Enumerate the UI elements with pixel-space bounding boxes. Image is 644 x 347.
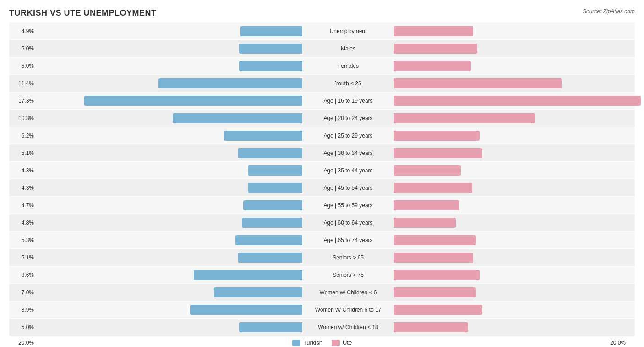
turkish-label: Turkish xyxy=(303,339,322,346)
source-label: Source: ZipAtlas.com xyxy=(583,8,635,15)
left-bar-area xyxy=(37,200,302,210)
row-label: Age | 45 to 54 years xyxy=(302,185,394,191)
right-bar xyxy=(394,270,480,280)
left-bar-area xyxy=(37,218,302,228)
left-bar-area xyxy=(37,183,302,193)
legend: Turkish Ute xyxy=(292,339,352,346)
row-label: Age | 35 to 44 years xyxy=(302,167,394,174)
left-value: 5.1% xyxy=(9,254,37,261)
turkish-icon xyxy=(292,340,300,346)
table-row: 5.1% Age | 30 to 34 years 7.0% xyxy=(9,144,635,161)
left-value: 5.1% xyxy=(9,150,37,156)
right-bar xyxy=(394,165,461,176)
left-bar-area xyxy=(37,113,302,123)
table-row: 7.0% Women w/ Children < 6 6.5% xyxy=(9,284,635,301)
right-bar-area xyxy=(394,113,644,123)
row-label: Women w/ Children < 18 xyxy=(302,324,394,330)
right-bar-area xyxy=(394,165,644,176)
right-bar xyxy=(394,183,472,193)
table-row: 4.8% Age | 60 to 64 years 4.9% xyxy=(9,214,635,231)
table-row: 6.2% Age | 25 to 29 years 6.8% xyxy=(9,127,635,144)
table-row: 8.9% Women w/ Children 6 to 17 7.0% xyxy=(9,301,635,318)
table-row: 5.0% Females 6.1% xyxy=(9,57,635,74)
left-value: 5.0% xyxy=(9,63,37,69)
left-value: 4.3% xyxy=(9,185,37,191)
right-bar-area xyxy=(394,253,644,263)
left-bar xyxy=(194,270,302,280)
right-bar-area xyxy=(394,78,644,88)
ute-icon xyxy=(332,340,340,346)
left-bar-area xyxy=(37,78,302,88)
left-value: 5.0% xyxy=(9,324,37,330)
left-bar-area xyxy=(37,270,302,280)
row-label: Age | 20 to 24 years xyxy=(302,115,394,121)
row-label: Age | 65 to 74 years xyxy=(302,237,394,243)
left-bar-area xyxy=(37,305,302,315)
right-bar xyxy=(394,287,476,297)
left-bar xyxy=(248,165,302,176)
right-bar xyxy=(394,61,471,71)
table-row: 5.0% Males 6.6% xyxy=(9,40,635,57)
left-bar xyxy=(243,200,302,210)
left-bar-area xyxy=(37,61,302,71)
left-value: 4.7% xyxy=(9,202,37,209)
left-bar xyxy=(214,287,302,297)
chart-area: 4.9% Unemployment 6.3% 5.0% Males 6.6% 5… xyxy=(9,22,635,336)
right-bar-area xyxy=(394,270,644,280)
right-bar xyxy=(394,131,480,141)
table-row: 8.6% Seniors > 75 6.8% xyxy=(9,266,635,283)
right-bar-area xyxy=(394,218,644,228)
left-bar xyxy=(248,183,302,193)
row-label: Age | 55 to 59 years xyxy=(302,202,394,209)
row-label: Females xyxy=(302,63,394,69)
left-bar xyxy=(238,148,302,158)
left-value: 8.6% xyxy=(9,272,37,278)
right-bar-area xyxy=(394,44,644,54)
row-label: Youth < 25 xyxy=(302,80,394,87)
left-bar-area xyxy=(37,235,302,245)
right-bar xyxy=(394,200,459,210)
row-label: Women w/ Children 6 to 17 xyxy=(302,307,394,313)
right-bar xyxy=(394,322,468,332)
left-bar-area xyxy=(37,287,302,297)
left-bar xyxy=(239,61,302,71)
left-value: 6.2% xyxy=(9,132,37,139)
table-row: 4.3% Age | 45 to 54 years 6.2% xyxy=(9,179,635,196)
right-bar xyxy=(394,26,473,36)
left-bar xyxy=(190,305,302,315)
left-value: 7.0% xyxy=(9,289,37,296)
right-bar-area xyxy=(394,148,644,158)
right-bar-area xyxy=(394,96,644,106)
left-bar-area xyxy=(37,131,302,141)
left-bar xyxy=(84,96,302,106)
right-bar-area xyxy=(394,26,644,36)
right-bar xyxy=(394,253,473,263)
left-bar xyxy=(239,322,302,332)
left-bar-area xyxy=(37,322,302,332)
right-bar xyxy=(394,235,476,245)
left-value: 4.8% xyxy=(9,220,37,226)
left-bar-area xyxy=(37,253,302,263)
left-bar xyxy=(158,78,302,88)
row-label: Unemployment xyxy=(302,28,394,34)
left-bar-area xyxy=(37,148,302,158)
left-value: 5.3% xyxy=(9,237,37,243)
left-bar xyxy=(173,113,302,123)
right-bar xyxy=(394,113,535,123)
left-value: 4.9% xyxy=(9,28,37,34)
row-label: Women w/ Children < 6 xyxy=(302,289,394,296)
left-value: 5.0% xyxy=(9,45,37,52)
table-row: 5.0% Women w/ Children < 18 5.9% xyxy=(9,319,635,336)
table-row: 5.1% Seniors > 65 6.3% xyxy=(9,249,635,266)
right-bar xyxy=(394,44,477,54)
left-bar-area xyxy=(37,165,302,176)
right-bar-area xyxy=(394,200,644,210)
scale-left-label: 20.0% xyxy=(18,340,55,346)
left-value: 17.3% xyxy=(9,98,37,104)
row-label: Age | 60 to 64 years xyxy=(302,220,394,226)
scale-right-label: 20.0% xyxy=(589,340,626,346)
row-label: Age | 16 to 19 years xyxy=(302,98,394,104)
row-label: Age | 30 to 34 years xyxy=(302,150,394,156)
chart-title: TURKISH VS UTE UNEMPLOYMENT xyxy=(9,8,635,18)
left-value: 8.9% xyxy=(9,307,37,313)
